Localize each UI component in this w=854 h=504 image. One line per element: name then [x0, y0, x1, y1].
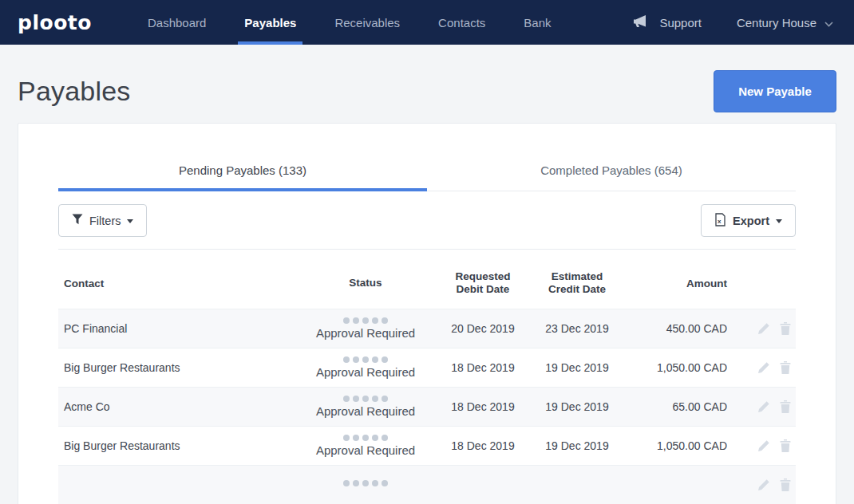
contact-cell: Big Burger Restaurants — [58, 439, 298, 452]
nav-item-dashboard[interactable]: Dashboard — [133, 0, 220, 45]
tab-pending-payables[interactable]: Pending Payables (133) — [58, 163, 427, 191]
edit-payable-button[interactable] — [757, 321, 771, 336]
support-link[interactable]: Support — [632, 14, 702, 31]
nav-item-receivables[interactable]: Receivables — [320, 0, 414, 45]
status-cell: Approval Required — [298, 396, 433, 418]
debit-date-cell: 18 Dec 2019 — [433, 439, 532, 452]
nav-item-payables[interactable]: Payables — [230, 0, 310, 45]
edit-payable-button[interactable] — [757, 478, 771, 492]
debit-date-cell: 18 Dec 2019 — [433, 361, 532, 374]
status-cell — [298, 480, 433, 489]
export-button[interactable]: x Export — [701, 204, 796, 237]
plooto-logo: plooto — [18, 11, 92, 34]
payables-card: Pending Payables (133) Completed Payable… — [18, 123, 836, 504]
col-status: Status — [298, 277, 433, 289]
delete-payable-button[interactable] — [779, 478, 792, 492]
caret-down-icon — [776, 219, 782, 223]
caret-down-icon — [127, 219, 133, 223]
chevron-down-icon — [824, 16, 833, 30]
amount-cell: 65.00 CAD — [622, 400, 727, 413]
debit-date-cell: 20 Dec 2019 — [433, 322, 532, 335]
edit-payable-button[interactable] — [757, 439, 771, 453]
excel-file-icon: x — [714, 213, 726, 229]
table-row[interactable]: Acme Co Approval Required 18 Dec 2019 19… — [58, 387, 796, 426]
payables-tabs: Pending Payables (133) Completed Payable… — [58, 163, 796, 191]
tab-completed-payables[interactable]: Completed Payables (654) — [427, 163, 796, 191]
status-cell: Approval Required — [298, 317, 433, 340]
top-navbar: plooto Dashboard Payables Receivables Co… — [0, 0, 854, 45]
status-label: Approval Required — [316, 365, 415, 379]
contact-cell: PC Financial — [58, 322, 298, 335]
filters-button[interactable]: Filters — [58, 204, 147, 237]
credit-date-cell: 19 Dec 2019 — [532, 361, 622, 374]
col-requested-debit-date: Requested Debit Date — [433, 270, 532, 297]
table-row[interactable]: PC Financial Approval Required 20 Dec 20… — [58, 309, 796, 348]
credit-date-cell: 19 Dec 2019 — [532, 439, 622, 452]
status-cell: Approval Required — [298, 356, 433, 379]
delete-payable-button[interactable] — [779, 439, 792, 453]
credit-date-cell: 23 Dec 2019 — [532, 322, 622, 335]
col-estimated-credit-date: Estimated Credit Date — [532, 270, 622, 297]
table-row[interactable]: Big Burger Restaurants Approval Required… — [58, 348, 796, 387]
credit-date-cell: 19 Dec 2019 — [532, 400, 622, 413]
status-progress-dots — [343, 317, 388, 324]
contact-cell: Big Burger Restaurants — [58, 361, 298, 374]
status-label: Approval Required — [316, 404, 415, 418]
account-label: Century House — [737, 16, 816, 30]
account-menu[interactable]: Century House — [737, 16, 833, 30]
status-progress-dots — [343, 396, 388, 402]
edit-payable-button[interactable] — [757, 360, 771, 375]
amount-cell: 1,050.00 CAD — [622, 439, 727, 452]
nav-item-bank[interactable]: Bank — [509, 0, 565, 45]
table-row[interactable]: Big Burger Restaurants Approval Required… — [58, 426, 796, 465]
col-amount: Amount — [622, 278, 727, 289]
status-cell: Approval Required — [298, 435, 433, 457]
nav-item-contacts[interactable]: Contacts — [424, 0, 500, 45]
amount-cell: 1,050.00 CAD — [622, 361, 727, 374]
support-label: Support — [659, 16, 702, 30]
col-contact: Contact — [58, 278, 298, 289]
table-header: Contact Status Requested Debit Date Esti… — [58, 250, 796, 309]
status-progress-dots — [343, 480, 388, 486]
svg-text:x: x — [718, 218, 722, 225]
funnel-icon — [72, 214, 83, 227]
megaphone-icon — [632, 14, 650, 31]
status-progress-dots — [343, 435, 388, 441]
delete-payable-button[interactable] — [779, 400, 792, 414]
main-nav: Dashboard Payables Receivables Contacts … — [128, 0, 571, 45]
payables-table: Contact Status Requested Debit Date Esti… — [58, 250, 796, 504]
filters-label: Filters — [89, 215, 121, 227]
new-payable-button[interactable]: New Payable — [714, 70, 836, 112]
status-label: Approval Required — [316, 443, 415, 457]
table-row[interactable] — [58, 465, 796, 504]
status-label: Approval Required — [316, 326, 415, 340]
amount-cell: 450.00 CAD — [622, 322, 727, 335]
edit-payable-button[interactable] — [757, 400, 771, 414]
debit-date-cell: 18 Dec 2019 — [433, 400, 532, 413]
export-label: Export — [733, 215, 769, 227]
contact-cell: Acme Co — [58, 400, 298, 413]
page-title: Payables — [18, 76, 130, 107]
delete-payable-button[interactable] — [779, 360, 792, 375]
status-progress-dots — [343, 356, 388, 363]
delete-payable-button[interactable] — [779, 321, 792, 336]
